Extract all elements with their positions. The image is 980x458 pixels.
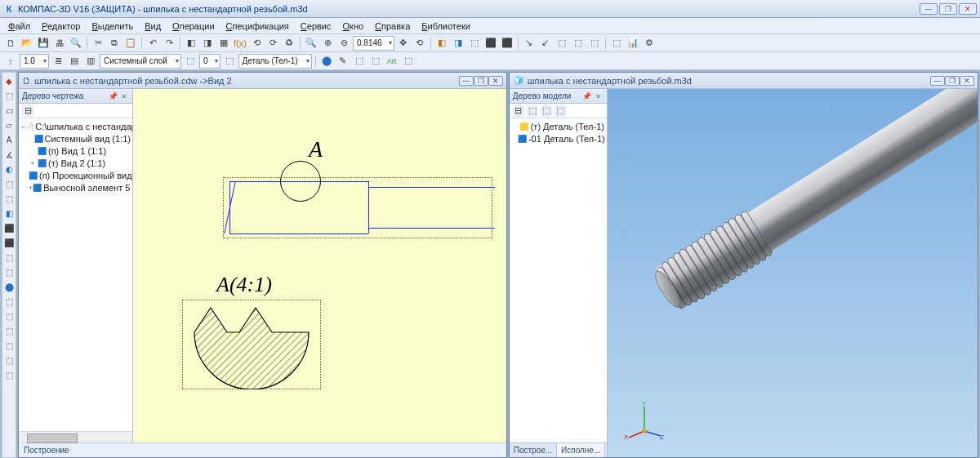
tree2d-item-5[interactable]: +🟦Выносной элемент 5 (4: xyxy=(19,181,132,193)
misc-4-icon[interactable]: ⬚ xyxy=(571,36,586,51)
pan-icon[interactable]: ✥ xyxy=(396,36,411,51)
tree2d-item-4[interactable]: 🟦(п) Проекционный вид 4 xyxy=(19,169,132,181)
vt-17-icon[interactable]: ⬚ xyxy=(2,309,16,322)
cube-2-icon[interactable]: ◨ xyxy=(451,36,466,51)
vt-3-icon[interactable]: ▭ xyxy=(2,104,16,117)
misc-5-icon[interactable]: ⬚ xyxy=(587,36,602,51)
expand-icon[interactable]: + xyxy=(29,159,37,167)
vt-9-icon[interactable]: ⬚ xyxy=(2,192,16,205)
menu-операции[interactable]: Операции xyxy=(167,20,219,32)
paint-6-icon[interactable]: ⬚ xyxy=(401,54,416,69)
win3d-minimize[interactable]: — xyxy=(930,76,945,86)
win3d-close[interactable]: ✕ xyxy=(960,76,974,86)
menu-спецификация[interactable]: Спецификация xyxy=(221,20,294,32)
paint-1-icon[interactable]: ⬤ xyxy=(319,54,334,69)
zoom-fit-icon[interactable]: 🔍 xyxy=(304,36,318,51)
menu-вид[interactable]: Вид xyxy=(140,20,166,32)
win3d-maximize[interactable]: ❐ xyxy=(945,76,960,86)
tree3d-item-1[interactable]: 🟦-01 Деталь (Тел-1) xyxy=(510,132,607,145)
tool-d-icon[interactable]: f(x) xyxy=(233,36,247,51)
layer-c-icon[interactable]: ⬚ xyxy=(183,54,198,69)
tree-2d-close-icon[interactable]: × xyxy=(119,91,129,101)
open-icon[interactable]: 📂 xyxy=(20,36,34,51)
redo-icon[interactable]: ↷ xyxy=(162,36,176,51)
part-combo[interactable]: Деталь (Тел-1) xyxy=(238,54,312,69)
win2d-maximize[interactable]: ❐ xyxy=(474,76,488,86)
paint-5-icon[interactable]: Art xyxy=(385,54,399,69)
vt-10-icon[interactable]: ◧ xyxy=(2,207,16,220)
zoom-in-icon[interactable]: ⊕ xyxy=(320,36,335,51)
misc-8-icon[interactable]: ⚙ xyxy=(642,36,657,51)
save-icon[interactable]: 💾 xyxy=(36,36,51,51)
tool-c-icon[interactable]: ▦ xyxy=(216,36,231,51)
menu-справка[interactable]: Справка xyxy=(370,20,415,32)
vt-8-icon[interactable]: ⬚ xyxy=(2,177,16,190)
tree-3d-tool4-icon[interactable]: ⬚ xyxy=(555,105,566,117)
vt-6-icon[interactable]: ∡ xyxy=(2,148,16,161)
vt-1-icon[interactable]: ◆ xyxy=(2,74,16,87)
misc-2-icon[interactable]: ↙ xyxy=(538,36,553,51)
vt-11-icon[interactable]: ⬛ xyxy=(2,221,16,234)
menu-библиотеки[interactable]: Библиотеки xyxy=(416,20,475,32)
tab-3d-1[interactable]: Исполне... xyxy=(557,443,605,457)
vt-20-icon[interactable]: ⬚ xyxy=(2,354,16,367)
tree3d-item-0[interactable]: 🟨(т) Деталь (Тел-1) xyxy=(510,120,607,132)
paint-3-icon[interactable]: ⬚ xyxy=(352,54,367,69)
vt-19-icon[interactable]: ⬚ xyxy=(2,339,16,352)
tool-f-icon[interactable]: ⟳ xyxy=(265,36,280,51)
tree-2d[interactable]: −📄С:\шпилька с нестандартно🟦Системный ви… xyxy=(19,118,132,431)
tree-3d-pin-icon[interactable]: 📌 xyxy=(582,91,592,101)
vt-7-icon[interactable]: ◐ xyxy=(2,162,16,176)
zoom-out-icon[interactable]: ⊖ xyxy=(336,36,351,51)
scale-combo[interactable]: 1.0 xyxy=(20,54,49,69)
window-2d-titlebar[interactable]: 🗋 шпилька с нестандартной резьбой.cdw ->… xyxy=(19,73,506,89)
vt-5-icon[interactable]: A xyxy=(2,133,16,146)
tree-3d-tool2-icon[interactable]: ⬚ xyxy=(527,105,538,117)
tree-3d[interactable]: 🟨(т) Деталь (Тел-1)🟦-01 Деталь (Тел-1) xyxy=(510,118,607,442)
vt-13-icon[interactable]: ⬚ xyxy=(2,251,16,264)
tab-3d-0[interactable]: Построе... xyxy=(510,443,557,457)
layer-d-icon[interactable]: ⬚ xyxy=(222,54,237,69)
paint-4-icon[interactable]: ⬚ xyxy=(368,54,383,69)
rotate-icon[interactable]: ⟲ xyxy=(412,36,427,51)
vt-16-icon[interactable]: ⬚ xyxy=(2,295,16,308)
tree2d-item-2[interactable]: 🟦(п) Вид 1 (1:1) xyxy=(19,145,132,157)
new-doc-icon[interactable]: 🗋 xyxy=(3,36,18,51)
cube-4-icon[interactable]: ⬛ xyxy=(483,36,498,51)
tree-3d-tool1-icon[interactable]: ⊟ xyxy=(513,105,524,117)
misc-7-icon[interactable]: 📊 xyxy=(626,36,640,51)
layer-b-icon[interactable]: ▥ xyxy=(83,54,98,69)
win2d-close[interactable]: ✕ xyxy=(488,76,503,86)
vt-15-icon[interactable]: ⬤ xyxy=(2,280,16,293)
cut-icon[interactable]: ✂ xyxy=(91,36,105,51)
paste-icon[interactable]: 📋 xyxy=(123,36,138,51)
vt-4-icon[interactable]: ▱ xyxy=(2,118,16,131)
menu-редактор[interactable]: Редактор xyxy=(37,20,85,32)
scale-icon[interactable]: ↕ xyxy=(3,54,18,69)
menu-выделить[interactable]: Выделить xyxy=(87,20,138,32)
tree-2d-scrollbar[interactable] xyxy=(19,431,132,442)
copy-icon[interactable]: ⧉ xyxy=(107,36,122,51)
window-3d-titlebar[interactable]: 🧊 шпилька с нестандартной резьбой.m3d — … xyxy=(510,73,978,89)
layer-num-combo[interactable]: 0 xyxy=(199,54,220,69)
tree-2d-pin-icon[interactable]: 📌 xyxy=(108,91,118,101)
canvas-3d[interactable]: Y X Z xyxy=(608,89,978,457)
print-icon[interactable]: 🖶 xyxy=(52,36,67,51)
tree-3d-close-icon[interactable]: × xyxy=(594,91,604,101)
menu-окно[interactable]: Окно xyxy=(338,20,369,32)
cube-3-icon[interactable]: ⬚ xyxy=(467,36,482,51)
misc-1-icon[interactable]: ↘ xyxy=(522,36,537,51)
tool-a-icon[interactable]: ◧ xyxy=(184,36,198,51)
window-close[interactable]: ✕ xyxy=(959,3,977,15)
tool-b-icon[interactable]: ◨ xyxy=(200,36,215,51)
window-maximize[interactable]: ❐ xyxy=(939,3,957,15)
vt-14-icon[interactable]: ⬚ xyxy=(2,265,16,278)
vt-12-icon[interactable]: ⬛ xyxy=(2,236,16,249)
cube-1-icon[interactable]: ◧ xyxy=(434,36,449,51)
tool-e-icon[interactable]: ⟲ xyxy=(249,36,264,51)
preview-icon[interactable]: 🔍 xyxy=(69,36,83,51)
tree-tool-icon[interactable]: ⊟ xyxy=(22,105,33,117)
layers-icon[interactable]: ≣ xyxy=(51,54,65,69)
vt-18-icon[interactable]: ⬚ xyxy=(2,324,16,337)
win2d-minimize[interactable]: — xyxy=(459,76,474,86)
